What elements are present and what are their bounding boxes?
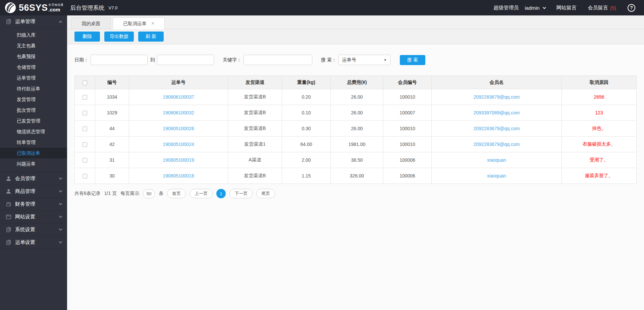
user-menu[interactable]: iadmin xyxy=(525,5,545,11)
site-messages-link[interactable]: 网站留言 xyxy=(556,5,577,11)
last-page-button[interactable]: 尾页 xyxy=(256,189,275,198)
member-messages-count: (5) xyxy=(610,5,616,11)
sidebar-section-waybill-settings[interactable]: 运单设置 xyxy=(0,236,67,249)
finance-icon xyxy=(6,201,12,207)
current-page[interactable]: 1 xyxy=(216,189,226,198)
cell-id: 1034 xyxy=(95,89,129,105)
help-icon[interactable]: ? xyxy=(628,4,635,12)
per-page-input[interactable] xyxy=(143,189,155,198)
member-name-link[interactable]: 2092283679@qq.com xyxy=(474,142,520,147)
cell-weight: 1.15 xyxy=(282,168,331,184)
prev-page-button[interactable]: 上一页 xyxy=(190,189,213,198)
tab-my-desktop[interactable]: 我的桌面 xyxy=(71,17,111,29)
waybill-number-link[interactable]: 190806100037 xyxy=(163,94,194,100)
cell-member-id: 100007 xyxy=(383,105,432,121)
cell-member-id: 100006 xyxy=(383,168,432,184)
member-name-link[interactable]: xiaoquan xyxy=(487,173,506,178)
sidebar-section-website[interactable]: 网站设置 xyxy=(0,211,67,223)
date-to-input[interactable] xyxy=(157,55,214,65)
sidebar-subitem[interactable]: 仓储管理 xyxy=(0,62,67,72)
search-type-label: 搜 索： xyxy=(321,57,336,63)
cell-weight: 2.00 xyxy=(282,152,331,168)
table-header-row: 编号 运单号 发货渠道 重量(kg) 总费用(¥) 会员编号 会员名 取消原因 xyxy=(75,76,637,89)
pagination: 共有6条记录 1/1 页 每页展示 条 首页 上一页 1 下一页 尾页 xyxy=(74,189,637,198)
export-button[interactable]: 导出数据 xyxy=(104,32,134,42)
waybill-number-link[interactable]: 190805100026 xyxy=(163,126,194,131)
sidebar-subitem[interactable]: 发货管理 xyxy=(0,94,67,105)
keyword-input[interactable] xyxy=(244,55,312,65)
sidebar-subitem[interactable]: 物流状态管理 xyxy=(0,126,67,137)
refresh-button[interactable]: 刷 新 xyxy=(138,32,164,42)
topbar: 56SYS 全景物流通 .com 后台管理系统 V7.0 超级管理员 iadmi… xyxy=(0,0,644,15)
cell-channel: 发货渠道B xyxy=(228,168,282,184)
select-all-checkbox[interactable] xyxy=(83,81,87,85)
row-checkbox[interactable] xyxy=(83,158,87,163)
cell-id: 30 xyxy=(95,168,129,184)
brand-tld: .com xyxy=(49,7,64,12)
member-name-link[interactable]: 2092283679@qq.com xyxy=(474,126,520,131)
next-page-button[interactable]: 下一页 xyxy=(229,189,253,198)
waybill-number-link[interactable]: 190805100024 xyxy=(163,142,194,147)
cancelled-waybills-table: 编号 运单号 发货渠道 重量(kg) 总费用(¥) 会员编号 会员名 取消原因 … xyxy=(74,75,637,184)
cell-total-fee: 38.50 xyxy=(331,152,383,168)
waybill-number-link[interactable]: 190806100032 xyxy=(163,110,194,115)
sidebar-subitem[interactable]: 问题运单 xyxy=(0,158,67,169)
header-waybill-no: 运单号 xyxy=(129,76,228,89)
sidebar-section-member[interactable]: 会员管理 xyxy=(0,172,67,185)
app-title: 后台管理系统 xyxy=(70,4,105,12)
delete-button[interactable]: 删除 xyxy=(74,32,100,42)
system-icon xyxy=(6,227,12,232)
sidebar-subitem[interactable]: 无主包裹 xyxy=(0,40,67,51)
date-from-input[interactable] xyxy=(91,55,148,65)
date-label: 日期： xyxy=(74,57,89,63)
cell-channel: 发货渠道B xyxy=(228,105,282,121)
sidebar-subitem[interactable]: 已发货管理 xyxy=(0,115,67,126)
member-name-link[interactable]: 2092283679@qq.com xyxy=(474,94,520,100)
goods-icon xyxy=(6,189,12,194)
user-role: 超级管理员 xyxy=(493,5,519,11)
cell-total-fee: 26.00 xyxy=(331,105,383,121)
search-button[interactable]: 搜 索 xyxy=(400,55,425,65)
row-checkbox[interactable] xyxy=(83,126,87,131)
waybill-settings-icon xyxy=(6,240,12,245)
sidebar-subitem[interactable]: 批次管理 xyxy=(0,105,67,115)
tabbar: 我的桌面 已取消运单 × xyxy=(67,15,644,29)
tab-cancelled-waybills[interactable]: 已取消运单 × xyxy=(113,17,165,29)
sidebar-subitem[interactable]: 运单管理 xyxy=(0,72,67,83)
member-name-link[interactable]: xiaoquan xyxy=(487,157,506,163)
sidebar-subitem[interactable]: 包裹预报 xyxy=(0,51,67,62)
sidebar-section-finance[interactable]: 财务管理 xyxy=(0,198,67,210)
sidebar-subitem[interactable]: 扫描入库 xyxy=(0,30,67,40)
sidebar-subitem[interactable]: 已取消运单 xyxy=(0,148,67,158)
sidebar-section-goods[interactable]: 商品管理 xyxy=(0,185,67,198)
main-area: 我的桌面 已取消运单 × 删除 导出数据 刷 新 日期： 到 关键字： 搜 索： xyxy=(67,15,644,310)
member-name-link[interactable]: 2093397089@qq.com xyxy=(474,110,520,115)
row-checkbox[interactable] xyxy=(83,95,87,100)
close-icon[interactable]: × xyxy=(151,21,154,26)
website-icon xyxy=(6,214,12,220)
cell-total-fee: 26.00 xyxy=(331,121,383,137)
cell-id: 1029 xyxy=(95,105,129,121)
cell-weight: 0.30 xyxy=(282,121,331,137)
logo: 56SYS 全景物流通 .com 后台管理系统 V7.0 xyxy=(5,2,117,13)
sidebar-subitem[interactable]: 待付款运单 xyxy=(0,83,67,94)
header-cancel-reason: 取消原因 xyxy=(562,76,637,89)
sidebar-section-system[interactable]: 系统设置 xyxy=(0,223,67,236)
waybill-number-link[interactable]: 190805100018 xyxy=(163,173,194,178)
member-messages-link[interactable]: 会员留言 (5) xyxy=(588,5,616,11)
waybill-number-link[interactable]: 190805100019 xyxy=(163,157,194,163)
row-checkbox[interactable] xyxy=(83,142,87,147)
content: 日期： 到 关键字： 搜 索： 运单号 ▼ 搜 索 xyxy=(67,44,644,310)
sidebar-section-waybill[interactable]: 运单管理 xyxy=(0,15,67,28)
search-type-select[interactable]: 运单号 ▼ xyxy=(338,55,390,65)
cell-cancel-reason: 2656 xyxy=(594,94,604,100)
cell-weight: 0.10 xyxy=(282,105,331,121)
chevron-icon xyxy=(59,215,62,218)
cell-cancel-reason: 衣服破损太多。 xyxy=(583,141,615,147)
first-page-button[interactable]: 首页 xyxy=(167,189,186,198)
row-checkbox[interactable] xyxy=(83,111,87,115)
date-to-label: 到 xyxy=(150,57,155,63)
sidebar-subitem[interactable]: 转单管理 xyxy=(0,137,67,148)
row-checkbox[interactable] xyxy=(83,174,87,178)
waybill-table-body: 1034 190806100037 发货渠道B 0.20 26.00 10001… xyxy=(75,89,637,184)
